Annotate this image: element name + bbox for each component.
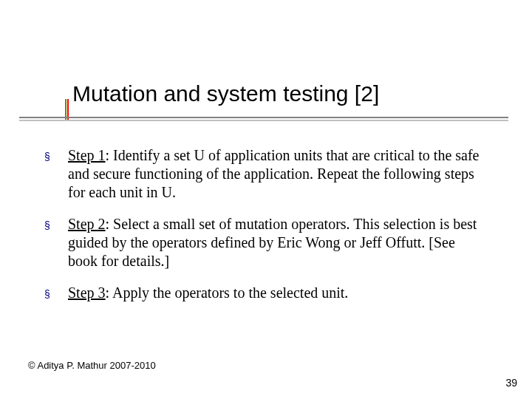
list-item-text: Step 1: Identify a set U of application … bbox=[68, 146, 488, 202]
body: § Step 1: Identify a set U of applicatio… bbox=[44, 146, 488, 316]
step-label: Step 3 bbox=[68, 284, 106, 301]
list-item: § Step 2: Select a small set of mutation… bbox=[44, 215, 488, 270]
list-item-text: Step 3: Apply the operators to the selec… bbox=[68, 284, 488, 302]
slide-title: Mutation and system testing [2] bbox=[72, 81, 502, 107]
bullet-icon: § bbox=[44, 284, 68, 303]
list-item: § Step 1: Identify a set U of applicatio… bbox=[44, 146, 488, 202]
step-rest: : Apply the operators to the selected un… bbox=[106, 284, 349, 301]
footer-copyright: © Aditya P. Mathur 2007-2010 bbox=[28, 360, 156, 371]
list-item-text: Step 2: Select a small set of mutation o… bbox=[68, 215, 488, 270]
step-rest: : Identify a set U of application units … bbox=[68, 147, 480, 200]
page-number: 39 bbox=[505, 377, 517, 389]
bullet-icon: § bbox=[44, 215, 68, 234]
step-label: Step 2 bbox=[68, 216, 106, 232]
step-rest: : Select a small set of mutation operato… bbox=[68, 216, 477, 269]
step-label: Step 1 bbox=[68, 147, 106, 163]
title-wrap: Mutation and system testing [2] bbox=[72, 81, 502, 107]
list-item: § Step 3: Apply the operators to the sel… bbox=[44, 284, 488, 303]
slide: Mutation and system testing [2] § Step 1… bbox=[0, 0, 532, 399]
bullet-icon: § bbox=[44, 146, 68, 166]
